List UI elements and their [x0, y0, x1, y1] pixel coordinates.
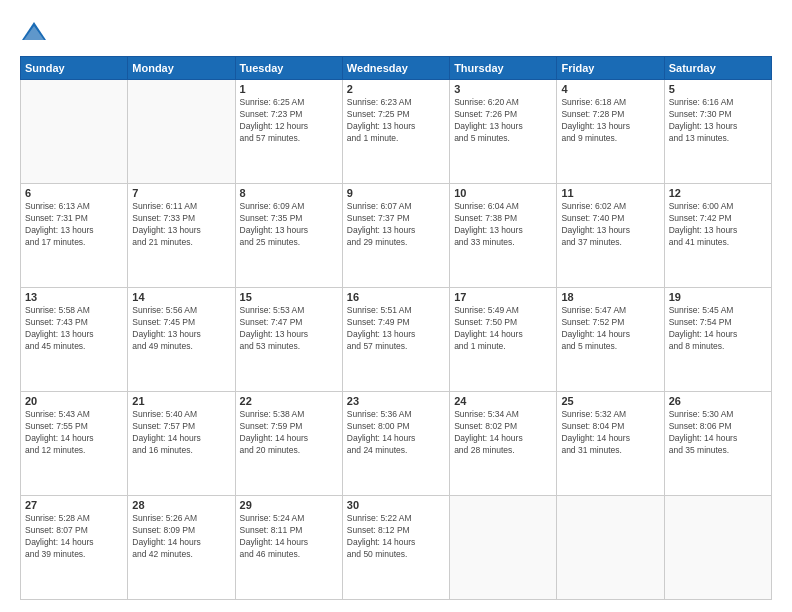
- day-number: 2: [347, 83, 445, 95]
- calendar-table: SundayMondayTuesdayWednesdayThursdayFrid…: [20, 56, 772, 600]
- day-number: 18: [561, 291, 659, 303]
- day-info: Sunrise: 5:30 AM Sunset: 8:06 PM Dayligh…: [669, 409, 767, 457]
- day-number: 13: [25, 291, 123, 303]
- day-number: 16: [347, 291, 445, 303]
- day-number: 1: [240, 83, 338, 95]
- day-info: Sunrise: 6:16 AM Sunset: 7:30 PM Dayligh…: [669, 97, 767, 145]
- calendar-cell: [450, 496, 557, 600]
- day-number: 30: [347, 499, 445, 511]
- calendar-cell: 14Sunrise: 5:56 AM Sunset: 7:45 PM Dayli…: [128, 288, 235, 392]
- day-info: Sunrise: 5:53 AM Sunset: 7:47 PM Dayligh…: [240, 305, 338, 353]
- day-number: 24: [454, 395, 552, 407]
- day-info: Sunrise: 5:28 AM Sunset: 8:07 PM Dayligh…: [25, 513, 123, 561]
- calendar-cell: 13Sunrise: 5:58 AM Sunset: 7:43 PM Dayli…: [21, 288, 128, 392]
- calendar-header-sunday: Sunday: [21, 57, 128, 80]
- day-number: 5: [669, 83, 767, 95]
- day-info: Sunrise: 5:45 AM Sunset: 7:54 PM Dayligh…: [669, 305, 767, 353]
- day-info: Sunrise: 6:18 AM Sunset: 7:28 PM Dayligh…: [561, 97, 659, 145]
- page: SundayMondayTuesdayWednesdayThursdayFrid…: [0, 0, 792, 612]
- day-number: 28: [132, 499, 230, 511]
- calendar-cell: [21, 80, 128, 184]
- day-number: 21: [132, 395, 230, 407]
- day-number: 19: [669, 291, 767, 303]
- day-info: Sunrise: 5:36 AM Sunset: 8:00 PM Dayligh…: [347, 409, 445, 457]
- day-number: 11: [561, 187, 659, 199]
- day-number: 4: [561, 83, 659, 95]
- calendar-week-0: 1Sunrise: 6:25 AM Sunset: 7:23 PM Daylig…: [21, 80, 772, 184]
- day-info: Sunrise: 5:58 AM Sunset: 7:43 PM Dayligh…: [25, 305, 123, 353]
- logo: [20, 18, 52, 46]
- day-info: Sunrise: 6:07 AM Sunset: 7:37 PM Dayligh…: [347, 201, 445, 249]
- calendar-cell: 26Sunrise: 5:30 AM Sunset: 8:06 PM Dayli…: [664, 392, 771, 496]
- calendar-cell: 4Sunrise: 6:18 AM Sunset: 7:28 PM Daylig…: [557, 80, 664, 184]
- calendar-header-friday: Friday: [557, 57, 664, 80]
- calendar-cell: 12Sunrise: 6:00 AM Sunset: 7:42 PM Dayli…: [664, 184, 771, 288]
- day-number: 8: [240, 187, 338, 199]
- calendar-cell: 21Sunrise: 5:40 AM Sunset: 7:57 PM Dayli…: [128, 392, 235, 496]
- day-number: 3: [454, 83, 552, 95]
- calendar-cell: 2Sunrise: 6:23 AM Sunset: 7:25 PM Daylig…: [342, 80, 449, 184]
- day-number: 20: [25, 395, 123, 407]
- calendar-header-thursday: Thursday: [450, 57, 557, 80]
- calendar-cell: 22Sunrise: 5:38 AM Sunset: 7:59 PM Dayli…: [235, 392, 342, 496]
- day-number: 23: [347, 395, 445, 407]
- calendar-cell: 9Sunrise: 6:07 AM Sunset: 7:37 PM Daylig…: [342, 184, 449, 288]
- day-number: 7: [132, 187, 230, 199]
- calendar-cell: 23Sunrise: 5:36 AM Sunset: 8:00 PM Dayli…: [342, 392, 449, 496]
- day-info: Sunrise: 5:38 AM Sunset: 7:59 PM Dayligh…: [240, 409, 338, 457]
- calendar-cell: 18Sunrise: 5:47 AM Sunset: 7:52 PM Dayli…: [557, 288, 664, 392]
- day-info: Sunrise: 5:47 AM Sunset: 7:52 PM Dayligh…: [561, 305, 659, 353]
- day-number: 9: [347, 187, 445, 199]
- calendar-cell: 11Sunrise: 6:02 AM Sunset: 7:40 PM Dayli…: [557, 184, 664, 288]
- calendar-week-4: 27Sunrise: 5:28 AM Sunset: 8:07 PM Dayli…: [21, 496, 772, 600]
- day-number: 6: [25, 187, 123, 199]
- calendar-cell: 27Sunrise: 5:28 AM Sunset: 8:07 PM Dayli…: [21, 496, 128, 600]
- calendar-cell: 1Sunrise: 6:25 AM Sunset: 7:23 PM Daylig…: [235, 80, 342, 184]
- calendar-cell: 3Sunrise: 6:20 AM Sunset: 7:26 PM Daylig…: [450, 80, 557, 184]
- calendar-week-3: 20Sunrise: 5:43 AM Sunset: 7:55 PM Dayli…: [21, 392, 772, 496]
- calendar-header-tuesday: Tuesday: [235, 57, 342, 80]
- day-info: Sunrise: 5:43 AM Sunset: 7:55 PM Dayligh…: [25, 409, 123, 457]
- day-info: Sunrise: 6:25 AM Sunset: 7:23 PM Dayligh…: [240, 97, 338, 145]
- day-number: 12: [669, 187, 767, 199]
- calendar-cell: [664, 496, 771, 600]
- calendar-cell: 20Sunrise: 5:43 AM Sunset: 7:55 PM Dayli…: [21, 392, 128, 496]
- calendar-cell: 15Sunrise: 5:53 AM Sunset: 7:47 PM Dayli…: [235, 288, 342, 392]
- day-number: 27: [25, 499, 123, 511]
- calendar-cell: 19Sunrise: 5:45 AM Sunset: 7:54 PM Dayli…: [664, 288, 771, 392]
- calendar-cell: 6Sunrise: 6:13 AM Sunset: 7:31 PM Daylig…: [21, 184, 128, 288]
- calendar-cell: 28Sunrise: 5:26 AM Sunset: 8:09 PM Dayli…: [128, 496, 235, 600]
- calendar-header-monday: Monday: [128, 57, 235, 80]
- calendar-cell: 5Sunrise: 6:16 AM Sunset: 7:30 PM Daylig…: [664, 80, 771, 184]
- day-info: Sunrise: 6:13 AM Sunset: 7:31 PM Dayligh…: [25, 201, 123, 249]
- calendar-header-saturday: Saturday: [664, 57, 771, 80]
- day-info: Sunrise: 6:20 AM Sunset: 7:26 PM Dayligh…: [454, 97, 552, 145]
- day-info: Sunrise: 5:51 AM Sunset: 7:49 PM Dayligh…: [347, 305, 445, 353]
- day-number: 14: [132, 291, 230, 303]
- day-info: Sunrise: 6:11 AM Sunset: 7:33 PM Dayligh…: [132, 201, 230, 249]
- day-info: Sunrise: 5:49 AM Sunset: 7:50 PM Dayligh…: [454, 305, 552, 353]
- day-info: Sunrise: 5:32 AM Sunset: 8:04 PM Dayligh…: [561, 409, 659, 457]
- day-number: 10: [454, 187, 552, 199]
- day-number: 25: [561, 395, 659, 407]
- day-number: 15: [240, 291, 338, 303]
- calendar-header-row: SundayMondayTuesdayWednesdayThursdayFrid…: [21, 57, 772, 80]
- day-info: Sunrise: 5:26 AM Sunset: 8:09 PM Dayligh…: [132, 513, 230, 561]
- logo-icon: [20, 18, 48, 46]
- day-info: Sunrise: 6:04 AM Sunset: 7:38 PM Dayligh…: [454, 201, 552, 249]
- day-info: Sunrise: 5:40 AM Sunset: 7:57 PM Dayligh…: [132, 409, 230, 457]
- day-info: Sunrise: 6:00 AM Sunset: 7:42 PM Dayligh…: [669, 201, 767, 249]
- calendar-header-wednesday: Wednesday: [342, 57, 449, 80]
- calendar-cell: [557, 496, 664, 600]
- day-info: Sunrise: 6:09 AM Sunset: 7:35 PM Dayligh…: [240, 201, 338, 249]
- calendar-cell: 8Sunrise: 6:09 AM Sunset: 7:35 PM Daylig…: [235, 184, 342, 288]
- calendar-cell: [128, 80, 235, 184]
- calendar-cell: 16Sunrise: 5:51 AM Sunset: 7:49 PM Dayli…: [342, 288, 449, 392]
- header: [20, 18, 772, 46]
- calendar-cell: 30Sunrise: 5:22 AM Sunset: 8:12 PM Dayli…: [342, 496, 449, 600]
- calendar-cell: 29Sunrise: 5:24 AM Sunset: 8:11 PM Dayli…: [235, 496, 342, 600]
- calendar-week-2: 13Sunrise: 5:58 AM Sunset: 7:43 PM Dayli…: [21, 288, 772, 392]
- calendar-cell: 7Sunrise: 6:11 AM Sunset: 7:33 PM Daylig…: [128, 184, 235, 288]
- calendar-cell: 24Sunrise: 5:34 AM Sunset: 8:02 PM Dayli…: [450, 392, 557, 496]
- day-number: 17: [454, 291, 552, 303]
